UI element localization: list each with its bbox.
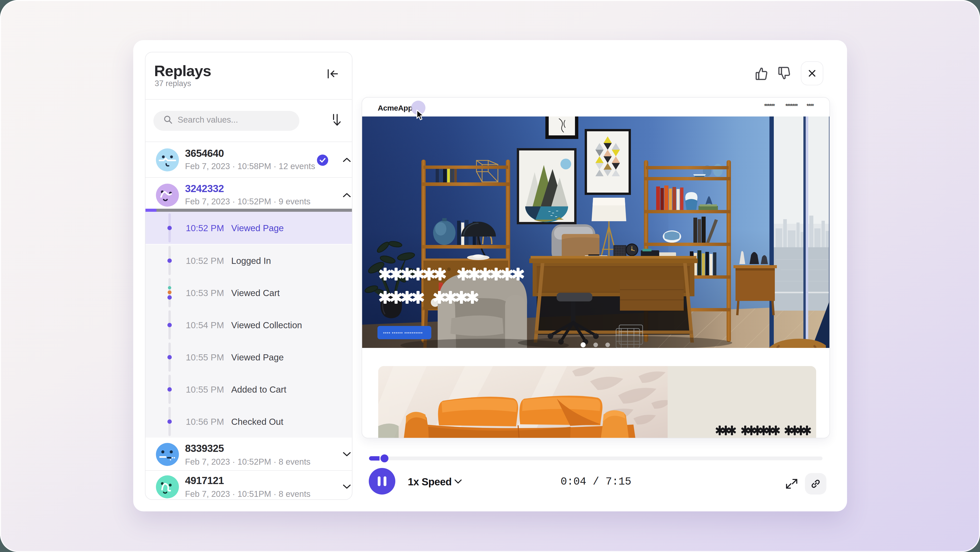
svg-text:**** ****** **********: **** ****** ********** <box>383 332 423 336</box>
